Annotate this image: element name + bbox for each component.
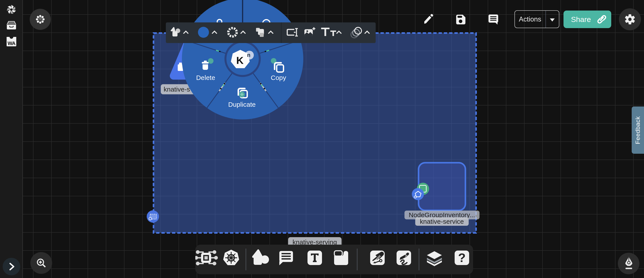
svg-text:K: K bbox=[236, 55, 244, 66]
svg-text:knative-s: knative-s bbox=[164, 86, 190, 93]
svg-text:n: n bbox=[247, 52, 250, 58]
svg-text:knative-service: knative-service bbox=[420, 218, 464, 225]
svg-text:Duplicate: Duplicate bbox=[228, 101, 256, 108]
svg-text:WA: WA bbox=[8, 40, 15, 46]
svg-text:?: ? bbox=[458, 251, 466, 265]
svg-text:Delete: Delete bbox=[196, 74, 215, 81]
svg-text:Copy: Copy bbox=[271, 74, 286, 81]
